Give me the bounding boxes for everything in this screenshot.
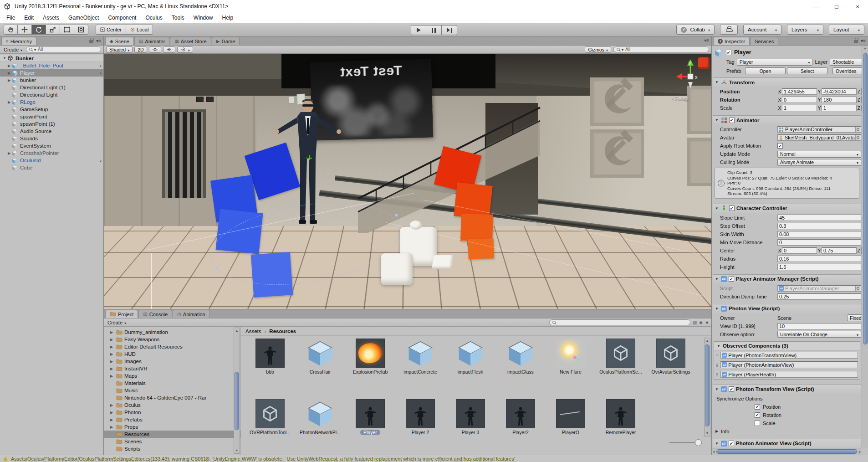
y-field[interactable]: 1: [822, 105, 857, 111]
thumbnail-size-slider[interactable]: [669, 442, 698, 443]
expand-arrow-icon[interactable]: [2, 56, 7, 60]
asset-thumbnail[interactable]: [556, 339, 585, 368]
asset-player[interactable]: Player: [347, 399, 393, 435]
value-field[interactable]: 45: [777, 215, 861, 221]
active-checkbox[interactable]: [726, 50, 731, 55]
asset-thumbnail[interactable]: [556, 399, 585, 428]
expand-arrow-icon[interactable]: [110, 338, 115, 342]
scroll-left-icon[interactable]: ◂: [713, 450, 715, 454]
object-field[interactable]: SkelMesh_Bodyguard_01Avatar: [777, 134, 861, 141]
tab-game[interactable]: ▶Game: [212, 37, 240, 45]
asset-crosshair[interactable]: CrossHair: [297, 339, 343, 375]
asset-ovravatarsettings[interactable]: OvrAvatarSettings: [648, 339, 694, 375]
scene-search-input[interactable]: All: [613, 46, 709, 52]
component-header[interactable]: Player Animator Manager (Script): [713, 275, 861, 283]
object-field[interactable]: PlayerAnimController: [777, 126, 861, 133]
folder-music[interactable]: Music: [104, 387, 240, 394]
prefab-open-button[interactable]: Open: [745, 67, 786, 74]
component-header[interactable]: Character Controller: [713, 204, 861, 213]
search-by-type-icon[interactable]: ▥: [693, 320, 697, 325]
asset-thumbnail[interactable]: [356, 399, 385, 428]
scroll-up-icon[interactable]: ▲: [706, 338, 709, 344]
menu-edit[interactable]: Edit: [20, 15, 38, 21]
dropdown[interactable]: Always Animate: [777, 159, 861, 166]
folder-resources[interactable]: Resources: [104, 431, 240, 438]
object-picker-icon[interactable]: [855, 127, 860, 132]
asset-thumbnail[interactable]: [356, 339, 385, 368]
scale-tool-button[interactable]: [46, 25, 60, 35]
observed-component-row[interactable]: ==Player (PhotonTransformView): [714, 350, 860, 360]
menu-help[interactable]: Help: [218, 15, 238, 21]
expand-arrow-icon[interactable]: [6, 64, 12, 68]
tab-scene[interactable]: ◆Scene: [105, 37, 134, 45]
folder-prefabs[interactable]: Prefabs: [104, 416, 240, 423]
search-by-label-icon[interactable]: ◈: [699, 320, 703, 325]
value-field[interactable]: 0.3: [777, 223, 861, 229]
folder-nintendo-64-goldeneye-007-rar[interactable]: Nintendo 64 - GoldenEye 007 - Rar: [104, 394, 240, 401]
expand-arrow-icon[interactable]: [110, 330, 115, 334]
asset-impactglass[interactable]: impactGlass: [498, 339, 543, 375]
hierarchy-item-spawnpoint[interactable]: spawnPoint: [0, 113, 103, 120]
component-header[interactable]: Photon Transform View (Script): [713, 385, 861, 394]
asset-thumbnail[interactable]: [306, 339, 335, 368]
value-field[interactable]: 1.5: [777, 264, 861, 270]
component-header[interactable]: Photon View (Script): [713, 304, 861, 313]
object-picker-icon[interactable]: [855, 135, 860, 140]
scroll-up-icon[interactable]: ▲: [235, 328, 239, 334]
status-bar[interactable]: Assets/Oculus/Platform/Editor/OculusPlat…: [0, 455, 868, 462]
menu-component[interactable]: Component: [103, 15, 141, 21]
asset-thumbnail[interactable]: [506, 339, 535, 368]
project-create-button[interactable]: Create: [106, 320, 128, 325]
folder-editor-default-resources[interactable]: Editor Default Resources: [104, 343, 240, 350]
menu-gameobject[interactable]: GameObject: [64, 15, 103, 21]
expand-arrow-icon[interactable]: [6, 100, 12, 104]
menu-oculus[interactable]: Oculus: [141, 15, 167, 21]
hierarchy-search-input[interactable]: All: [26, 46, 101, 52]
minimize-button[interactable]: —: [805, 0, 826, 13]
prefab-nav-arrow-icon[interactable]: [100, 70, 102, 76]
tab-console[interactable]: ▤Console: [138, 310, 172, 318]
asset-new-flare[interactable]: New Flare: [548, 339, 593, 375]
layers-dropdown[interactable]: Layers: [787, 25, 823, 35]
checkbox[interactable]: [755, 404, 760, 410]
expand-arrow-icon[interactable]: [110, 411, 115, 415]
asset-bbb[interactable]: bbb: [247, 339, 293, 375]
menu-window[interactable]: Window: [189, 15, 218, 21]
asset-thumbnail[interactable]: [306, 399, 335, 428]
component-enabled-checkbox[interactable]: [729, 386, 734, 392]
audio-toggle-button[interactable]: [163, 46, 175, 53]
rect-tool-button[interactable]: [60, 25, 74, 35]
component-enabled-checkbox[interactable]: [729, 118, 735, 123]
folder-scripts[interactable]: Scripts: [104, 445, 240, 452]
shading-mode-dropdown[interactable]: Shaded: [106, 46, 133, 53]
favorites-star-icon[interactable]: ★: [705, 320, 709, 325]
foldout-arrow-icon[interactable]: [715, 277, 719, 281]
component-enabled-checkbox[interactable]: [729, 441, 734, 446]
hierarchy-item-audio-source[interactable]: Audio Source: [0, 128, 103, 135]
panel-menu-icon[interactable]: [861, 39, 866, 43]
prefab-overrides-button[interactable]: Overrides: [832, 67, 864, 74]
menu-assets[interactable]: Assets: [38, 15, 64, 21]
x-field[interactable]: 0: [782, 247, 817, 254]
expand-arrow-icon[interactable]: [110, 367, 115, 371]
asset-player-2[interactable]: Player 2: [398, 399, 443, 435]
hierarchy-item-gamesetup[interactable]: GameSetup: [0, 106, 103, 113]
component-header[interactable]: Transform: [713, 78, 861, 87]
hierarchy-item-spawnpoint-1[interactable]: spawnPoint (1): [0, 120, 103, 128]
x-field[interactable]: 0: [782, 97, 817, 103]
expand-arrow-icon[interactable]: [6, 71, 12, 75]
hierarchy-scene-row[interactable]: Bunker: [0, 55, 103, 62]
asset-thumbnail[interactable]: [506, 399, 535, 428]
pause-button[interactable]: [426, 25, 442, 35]
lighting-toggle-button[interactable]: [149, 46, 161, 53]
folder-materials[interactable]: Materials: [104, 380, 240, 387]
asset-explosionprefab[interactable]: ExplosionPrefab: [347, 339, 393, 375]
x-field[interactable]: 1: [782, 105, 817, 111]
expand-arrow-icon[interactable]: [110, 352, 115, 356]
lock-icon[interactable]: [89, 40, 93, 43]
x-field[interactable]: 1.426455: [782, 88, 817, 95]
breadcrumb-current[interactable]: Resources: [269, 329, 296, 334]
asset-grid-scrollbar[interactable]: ▲ ▼: [704, 338, 710, 436]
folder-maps[interactable]: Maps: [104, 372, 240, 380]
foldout-info[interactable]: Info: [713, 427, 861, 436]
